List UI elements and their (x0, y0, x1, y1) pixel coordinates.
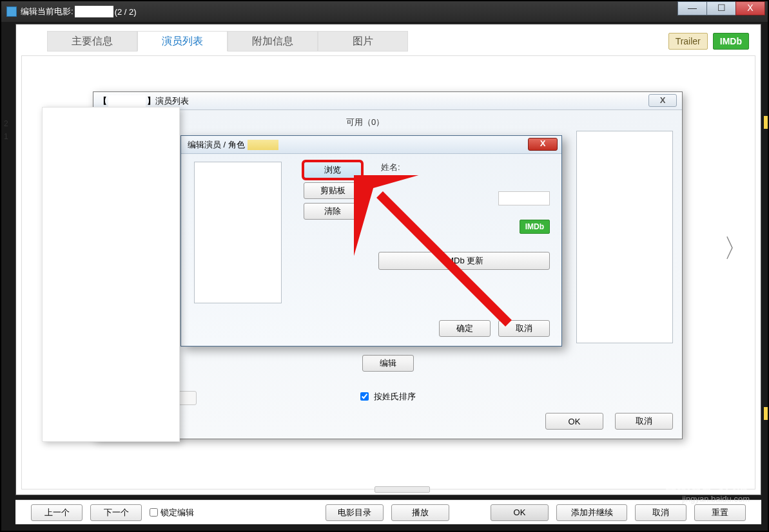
cast-ok-button[interactable]: OK (545, 413, 603, 430)
actor-image-preview (194, 162, 282, 303)
edit-button[interactable]: 编辑 (362, 355, 414, 372)
bottom-toolbar: 上一个 下一个 锁定编辑 电影目录 播放 OK 添加并继续 取消 重置 (15, 500, 761, 524)
next-arrow-icon[interactable]: 〉 (723, 231, 749, 266)
catalog-button[interactable]: 电影目录 (326, 504, 384, 521)
bottom-ok-button[interactable]: OK (491, 504, 549, 521)
window-title-blank (75, 6, 113, 17)
tab-extra-info[interactable]: 附加信息 (228, 31, 318, 52)
actor-dialog-titlebar: 编辑演员 / 角色 X (181, 136, 561, 154)
clear-button[interactable]: 清除 (304, 203, 362, 220)
sort-by-surname-checkbox[interactable] (360, 392, 369, 401)
window-title-prefix: 编辑当前电影: (21, 6, 73, 17)
available-header: 可用（0） (346, 117, 384, 128)
actor-dialog-close-icon[interactable]: X (528, 138, 558, 151)
cast-dialog-titlebar: 【 】 演员列表 X (93, 92, 682, 110)
play-button[interactable]: 播放 (391, 504, 449, 521)
lock-edit-checkbox[interactable] (150, 508, 158, 517)
add-continue-button[interactable]: 添加并继续 (556, 504, 627, 521)
actor-ok-button[interactable]: 确定 (439, 320, 491, 337)
imdb-update-button[interactable]: IMDb 更新 (378, 252, 550, 270)
tab-cast-list[interactable]: 演员列表 (137, 31, 228, 52)
minimize-button[interactable]: — (677, 1, 707, 15)
browse-button[interactable]: 浏览 (304, 162, 362, 178)
actor-cancel-button[interactable]: 取消 (498, 320, 550, 337)
sort-by-surname-label: 按姓氏排序 (374, 391, 416, 403)
app-icon (6, 6, 17, 17)
available-list[interactable] (576, 131, 673, 343)
tab-images[interactable]: 图片 (318, 31, 408, 52)
reset-button[interactable]: 重置 (694, 504, 746, 521)
trailer-button[interactable]: Trailer (668, 33, 708, 50)
cast-dialog-title-blank (108, 95, 146, 107)
row-numbers: 2 1 (4, 117, 8, 143)
right-marker-top (764, 116, 768, 129)
clipboard-button[interactable]: 剪贴板 (304, 182, 362, 199)
close-button[interactable]: X (735, 1, 765, 15)
name-label: 姓名: (381, 162, 550, 173)
actor-dialog-title: 编辑演员 / 角色 (188, 139, 245, 151)
imdb-button[interactable]: IMDb (713, 33, 749, 50)
maximize-button[interactable]: ☐ (706, 1, 736, 15)
name-input[interactable] (498, 191, 550, 205)
lock-edit-label: 锁定编辑 (161, 507, 194, 518)
prev-button[interactable]: 上一个 (31, 504, 83, 521)
actor-dialog-title-blank (248, 140, 278, 150)
tab-main-info[interactable]: 主要信息 (47, 31, 137, 52)
cast-dialog-close-icon[interactable]: X (648, 94, 677, 107)
next-button[interactable]: 下一个 (90, 504, 142, 521)
edit-actor-dialog: 编辑演员 / 角色 X 浏览 剪贴板 清除 姓名: IMDb IMDb 更新 确… (180, 135, 562, 347)
bottom-cancel-button[interactable]: 取消 (635, 504, 686, 521)
actor-imdb-button[interactable]: IMDb (520, 220, 550, 234)
window-title-counter: (2 / 2) (115, 7, 137, 17)
cast-dialog-title: 演员列表 (155, 95, 189, 107)
right-marker-bottom (764, 407, 768, 420)
window-titlebar: 编辑当前电影: (2 / 2) — ☐ X (1, 1, 768, 22)
resize-handle[interactable] (375, 486, 430, 493)
floating-panel (42, 107, 180, 442)
cast-cancel-button[interactable]: 取消 (615, 413, 673, 430)
